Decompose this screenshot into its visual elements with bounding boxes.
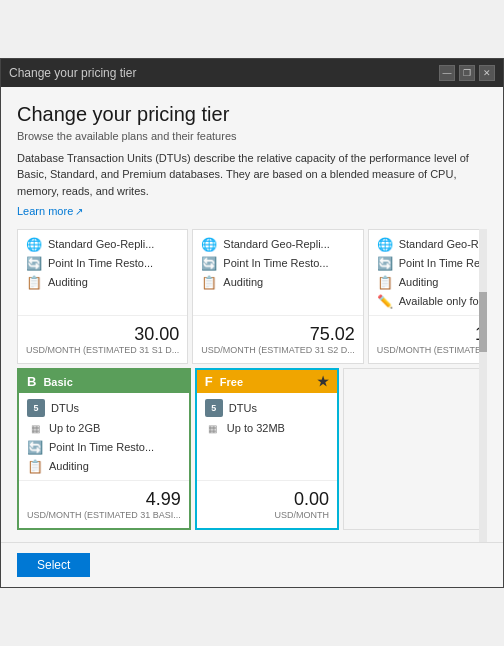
feature-audit: 📋 Auditing xyxy=(27,458,181,474)
price-area-free: 0.00 USD/MONTH xyxy=(197,480,337,528)
feature-geo-repl: 🌐 Standard Geo-Repli... xyxy=(201,236,354,252)
feature-audit: 📋 Auditing xyxy=(377,274,487,290)
feature-label: Standard Geo-Repli... xyxy=(223,238,329,250)
bottom-cards-row: B Basic 5 DTUs ▦ Up to 2GB xyxy=(17,368,487,530)
main-window: Change your pricing tier — ❐ ✕ Change yo… xyxy=(0,58,504,589)
feature-label: Auditing xyxy=(399,276,439,288)
feature-available: ✏️ Available only for la... xyxy=(377,293,487,309)
feature-storage: ▦ Up to 32MB xyxy=(205,420,329,436)
card-s2-features: 🌐 Standard Geo-Repli... 🔄 Point In Time … xyxy=(193,230,362,315)
top-cards-row: 🌐 Standard Geo-Repli... 🔄 Point In Time … xyxy=(17,229,487,364)
feature-restore: 🔄 Point In Time Resto... xyxy=(27,439,181,455)
price-sub-basic: USD/MONTH (ESTIMATED 31 BASI... xyxy=(27,510,181,520)
close-button[interactable]: ✕ xyxy=(479,65,495,81)
card-header-basic: B Basic xyxy=(19,370,189,393)
feature-label: Standard Geo-Repli... xyxy=(399,238,487,250)
feature-label: Up to 2GB xyxy=(49,422,100,434)
storage-icon: ▦ xyxy=(205,420,221,436)
window-title: Change your pricing tier xyxy=(9,66,136,80)
select-button[interactable]: Select xyxy=(17,553,90,577)
price-main-s1: 30.00 xyxy=(26,324,179,345)
price-main-s3: 150.00 xyxy=(377,324,487,345)
feature-dtu: 5 DTUs xyxy=(205,399,329,417)
pricing-card-basic[interactable]: B Basic 5 DTUs ▦ Up to 2GB xyxy=(17,368,191,530)
geo-icon: 🌐 xyxy=(377,236,393,252)
feature-restore: 🔄 Point In Time Resto... xyxy=(201,255,354,271)
restore-icon: 🔄 xyxy=(26,255,42,271)
star-icon: ★ xyxy=(317,374,329,389)
price-main-basic: 4.99 xyxy=(27,489,181,510)
page-subtitle: Browse the available plans and their fea… xyxy=(17,130,487,142)
card-s1-features: 🌐 Standard Geo-Repli... 🔄 Point In Time … xyxy=(18,230,187,315)
price-area-s3: 150.00 USD/MONTH (ESTIMATED 31 S3 D... xyxy=(369,315,487,363)
tier-name-basic: Basic xyxy=(43,376,72,388)
dtu-badge: 5 xyxy=(205,399,223,417)
feature-label: Standard Geo-Repli... xyxy=(48,238,154,250)
feature-dtu: 5 DTUs xyxy=(27,399,181,417)
tier-name-free: Free xyxy=(220,376,243,388)
feature-restore: 🔄 Point In Time Resto... xyxy=(26,255,179,271)
price-sub-free: USD/MONTH xyxy=(205,510,329,520)
pricing-card-s2[interactable]: 🌐 Standard Geo-Repli... 🔄 Point In Time … xyxy=(192,229,363,364)
tier-letter-basic: B xyxy=(27,374,36,389)
learn-more-link[interactable]: Learn more ↗ xyxy=(17,205,487,217)
feature-label: Point In Time Resto... xyxy=(48,257,153,269)
feature-label: DTUs xyxy=(51,402,79,414)
feature-label: Point In Time Resto... xyxy=(223,257,328,269)
audit-icon: 📋 xyxy=(377,274,393,290)
card-header-free: F Free ★ xyxy=(197,370,337,393)
price-sub-s1: USD/MONTH (ESTIMATED 31 S1 D... xyxy=(26,345,179,355)
feature-geo-repl: 🌐 Standard Geo-Repli... xyxy=(377,236,487,252)
dtu-badge: 5 xyxy=(27,399,45,417)
geo-icon: 🌐 xyxy=(26,236,42,252)
feature-audit: 📋 Auditing xyxy=(201,274,354,290)
price-sub-s2: USD/MONTH (ESTIMATED 31 S2 D... xyxy=(201,345,354,355)
price-sub-s3: USD/MONTH (ESTIMATED 31 S3 D... xyxy=(377,345,487,355)
storage-icon: ▦ xyxy=(27,420,43,436)
price-area-basic: 4.99 USD/MONTH (ESTIMATED 31 BASI... xyxy=(19,480,189,528)
restore-button[interactable]: ❐ xyxy=(459,65,475,81)
feature-restore: 🔄 Point In Time Resto... xyxy=(377,255,487,271)
title-bar-controls: — ❐ ✕ xyxy=(439,65,495,81)
page-title: Change your pricing tier xyxy=(17,103,487,126)
card-s3-features: 🌐 Standard Geo-Repli... 🔄 Point In Time … xyxy=(369,230,487,315)
price-main-free: 0.00 xyxy=(205,489,329,510)
feature-label: Auditing xyxy=(223,276,263,288)
available-icon: ✏️ xyxy=(377,293,393,309)
feature-label: Available only for la... xyxy=(399,295,487,307)
feature-storage: ▦ Up to 2GB xyxy=(27,420,181,436)
tier-letter-free: F xyxy=(205,374,213,389)
footer-bar: Select xyxy=(1,542,503,587)
scrollbar-track[interactable] xyxy=(479,229,487,542)
pricing-card-s1[interactable]: 🌐 Standard Geo-Repli... 🔄 Point In Time … xyxy=(17,229,188,364)
title-bar-left: Change your pricing tier xyxy=(9,66,136,80)
pricing-card-s3[interactable]: 🌐 Standard Geo-Repli... 🔄 Point In Time … xyxy=(368,229,487,364)
audit-icon: 📋 xyxy=(27,458,43,474)
main-content-area: 🌐 Standard Geo-Repli... 🔄 Point In Time … xyxy=(17,229,487,542)
restore-icon: 🔄 xyxy=(377,255,393,271)
feature-label: Point In Time Resto... xyxy=(399,257,487,269)
minimize-button[interactable]: — xyxy=(439,65,455,81)
card-basic-features: 5 DTUs ▦ Up to 2GB 🔄 Point In Time Resto… xyxy=(19,393,189,480)
description-text: Database Transaction Units (DTUs) descri… xyxy=(17,150,487,200)
feature-geo-repl: 🌐 Standard Geo-Repli... xyxy=(26,236,179,252)
price-main-s2: 75.02 xyxy=(201,324,354,345)
audit-icon: 📋 xyxy=(201,274,217,290)
audit-icon: 📋 xyxy=(26,274,42,290)
window-content: Change your pricing tier Browse the avai… xyxy=(1,87,503,543)
price-area-s2: 75.02 USD/MONTH (ESTIMATED 31 S2 D... xyxy=(193,315,362,363)
feature-label: DTUs xyxy=(229,402,257,414)
feature-label: Up to 32MB xyxy=(227,422,285,434)
feature-label: Auditing xyxy=(48,276,88,288)
scrollbar-thumb[interactable] xyxy=(479,292,487,352)
title-bar: Change your pricing tier — ❐ ✕ xyxy=(1,59,503,87)
price-area-s1: 30.00 USD/MONTH (ESTIMATED 31 S1 D... xyxy=(18,315,187,363)
card-free-features: 5 DTUs ▦ Up to 32MB xyxy=(197,393,337,480)
restore-icon: 🔄 xyxy=(201,255,217,271)
geo-icon: 🌐 xyxy=(201,236,217,252)
feature-label: Auditing xyxy=(49,460,89,472)
pricing-card-free[interactable]: F Free ★ 5 DTUs ▦ Up to 32MB xyxy=(195,368,339,530)
pricing-card-empty xyxy=(343,368,487,530)
feature-audit: 📋 Auditing xyxy=(26,274,179,290)
feature-label: Point In Time Resto... xyxy=(49,441,154,453)
